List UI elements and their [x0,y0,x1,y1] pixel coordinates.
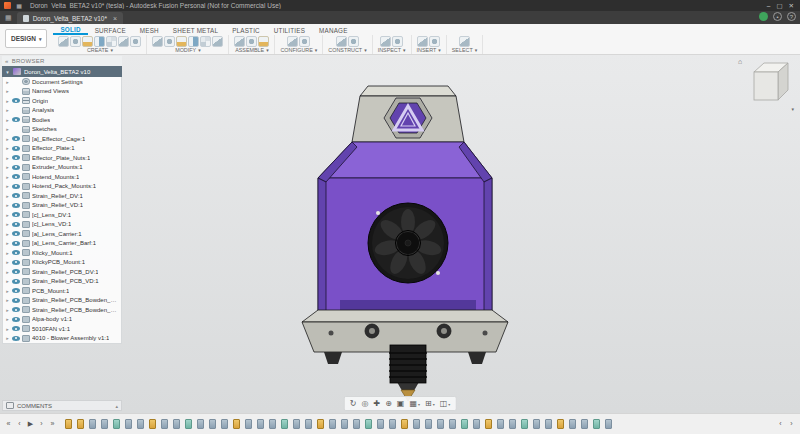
visibility-eye-icon[interactable] [12,203,20,208]
zoom-icon[interactable]: ⊕ [383,398,394,409]
browser-item[interactable]: ▸Strain_Relief_PCB_DV:1 [3,267,121,277]
expand-icon[interactable]: ▸ [5,259,10,265]
browser-item[interactable]: ▸[a]_Lens_Carrier_Barf:1 [3,239,121,249]
data-panel-toggle-icon[interactable]: ▦ [15,2,23,10]
timeline-feature-icon[interactable] [545,419,552,429]
visibility-eye-icon[interactable] [12,269,20,274]
close-button[interactable]: ✕ [789,2,794,10]
expand-icon[interactable]: ▸ [5,193,10,199]
pan-icon[interactable]: ✚ [371,398,382,409]
timeline-feature-icon[interactable] [77,419,84,429]
step-forward-button[interactable]: › [37,419,46,429]
browser-item[interactable]: ▸PCB_Mount:1 [3,286,121,296]
expand-icon[interactable]: ▸ [5,335,10,341]
timeline-feature-icon[interactable] [353,419,360,429]
visibility-eye-icon[interactable] [12,250,20,255]
fit-icon[interactable]: ▣ [395,398,407,409]
timeline-feature-icon[interactable] [437,419,444,429]
timeline-feature-icon[interactable] [497,419,504,429]
group-dropdown-label[interactable]: CONSTRUCT [328,47,366,53]
timeline-feature-icon[interactable] [425,419,432,429]
expand-icon[interactable]: ▸ [5,136,10,142]
expand-icon[interactable]: ▸ [5,174,10,180]
comments-bar[interactable]: COMMENTS ▴ [2,400,122,411]
timeline-feature-icon[interactable] [521,419,528,429]
expand-icon[interactable]: ▸ [5,183,10,189]
timeline-feature-icon[interactable] [413,419,420,429]
user-avatar[interactable] [759,12,768,21]
timeline-feature-icon[interactable] [125,419,132,429]
browser-item[interactable]: ▸4010 - Blower Assembly v1:1 [3,334,121,344]
tool-icon[interactable] [212,36,223,47]
visibility-eye-icon[interactable] [12,174,20,179]
timeline-feature-icon[interactable] [221,419,228,429]
visibility-eye-icon[interactable] [12,279,20,284]
home-icon[interactable]: ⌂ [738,58,742,65]
collapse-comments-icon[interactable]: ▴ [115,403,118,409]
visibility-eye-icon[interactable] [12,212,20,217]
visibility-eye-icon[interactable] [12,165,20,170]
browser-item[interactable]: ▸[a]_Effector_Cage:1 [3,134,121,144]
ribbon-tab-plastic[interactable]: PLASTIC [225,27,267,35]
ribbon-tab-solid[interactable]: SOLID [53,26,87,35]
group-dropdown-label[interactable]: MODIFY [175,47,200,53]
expand-icon[interactable]: ▸ [5,297,10,303]
timeline-feature-icon[interactable] [161,419,168,429]
timeline-feature-icon[interactable] [449,419,456,429]
expand-icon[interactable]: ▸ [5,164,10,170]
tool-icon[interactable] [429,36,440,47]
timeline-feature-icon[interactable] [473,419,480,429]
timeline-feature-icon[interactable] [461,419,468,429]
visibility-eye-icon[interactable] [12,136,20,141]
expand-icon[interactable]: ▸ [5,278,10,284]
expand-icon[interactable]: ▸ [5,316,10,322]
browser-item[interactable]: ▸Analysis [3,106,121,116]
look-at-icon[interactable]: ◎ [359,398,370,409]
group-dropdown-label[interactable]: INSERT [417,47,441,53]
timeline-feature-icon[interactable] [593,419,600,429]
timeline-feature-icon[interactable] [113,419,120,429]
maximize-button[interactable]: ▢ [776,2,782,10]
tool-icon[interactable] [392,36,403,47]
timeline-feature-icon[interactable] [389,419,396,429]
file-grid-icon[interactable]: ▦ [5,14,12,22]
tool-icon[interactable] [200,36,211,47]
tool-icon[interactable] [130,36,141,47]
browser-item[interactable]: ▸Bodies [3,115,121,125]
expand-icon[interactable]: ▸ [5,269,10,275]
expand-icon[interactable]: ▸ [5,145,10,151]
timeline-feature-icon[interactable] [185,419,192,429]
timeline-feature-icon[interactable] [341,419,348,429]
expand-icon[interactable]: ▸ [5,326,10,332]
browser-header[interactable]: « BROWSER [2,56,122,66]
timeline-feature-icon[interactable] [149,419,156,429]
minimize-button[interactable]: – [767,2,771,10]
grid-settings-icon[interactable]: ⊞ [423,398,437,409]
tool-icon[interactable] [70,36,81,47]
group-dropdown-label[interactable]: ASSEMBLE [235,47,269,53]
tool-icon[interactable] [82,36,93,47]
ribbon-tab-utilities[interactable]: UTILITIES [267,27,312,35]
visibility-eye-icon[interactable] [12,222,20,227]
timeline-feature-icon[interactable] [329,419,336,429]
browser-item[interactable]: ▸Klicky_Mount:1 [3,248,121,258]
tool-icon[interactable] [299,36,310,47]
expand-icon[interactable]: ▸ [5,240,10,246]
tool-icon[interactable] [246,36,257,47]
visibility-eye-icon[interactable] [12,184,20,189]
group-dropdown-label[interactable]: INSPECT [378,47,406,53]
expand-icon[interactable]: ▸ [5,126,10,132]
timeline-feature-icon[interactable] [101,419,108,429]
expand-icon[interactable]: ▸ [5,288,10,294]
browser-item[interactable]: ▸5010FAN v1:1 [3,324,121,334]
browser-item[interactable]: ▸Strain_Relief_DV:1 [3,191,121,201]
visibility-eye-icon[interactable] [12,117,20,122]
browser-item[interactable]: ▸Origin [3,96,121,106]
expand-icon[interactable]: ▸ [5,155,10,161]
help-icon[interactable]: ? [787,12,796,21]
tool-icon[interactable] [106,36,117,47]
browser-item[interactable]: ▸Effector_Plate:1 [3,144,121,154]
browser-item[interactable]: ▸Strain_Relief_PCB_Bowden_VD:1 [3,305,121,315]
browser-item[interactable]: ▸Strain_Relief_PCB_VD:1 [3,277,121,287]
notifications-icon[interactable]: • [773,12,782,21]
